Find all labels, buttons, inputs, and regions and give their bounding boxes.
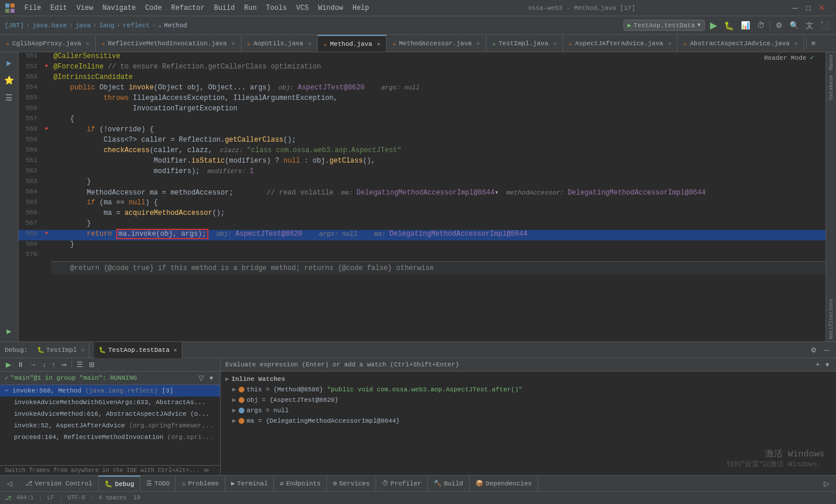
bottom-tab-endpoints[interactable]: ⇄ Endpoints	[274, 476, 327, 492]
breadcrumb-javabase[interactable]: java.base	[33, 22, 67, 29]
debug-filter-bar: ✓ "main"@1 in group "main": RUNNING ▽ ▾	[0, 372, 220, 385]
minimize-button[interactable]: ─	[791, 2, 799, 13]
close-tab-reflective[interactable]: ✕	[232, 40, 235, 47]
menu-tools[interactable]: Tools	[262, 3, 290, 13]
close-tab-abstract[interactable]: ✕	[794, 40, 798, 47]
bottom-tab-terminal[interactable]: ▶ Terminal	[225, 476, 274, 492]
bottom-tab-profiler[interactable]: ⏱ Profiler	[376, 476, 428, 492]
resume-button[interactable]: ▶	[3, 359, 13, 370]
step-over-button[interactable]: →	[27, 359, 39, 370]
debug-minimize-button[interactable]: ─	[821, 345, 831, 355]
breadcrumb-method[interactable]: Method	[164, 22, 188, 29]
thread-item-advice[interactable]: invokeAdviceMethodWithGivenArgs:633, Abs…	[0, 397, 220, 408]
menu-navigate[interactable]: Navigate	[99, 3, 139, 13]
reader-mode-check[interactable]: ✓	[810, 53, 814, 62]
close-tab-aspectj[interactable]: ✕	[668, 40, 671, 47]
tab-cglib[interactable]: ☕ CglibAopProxy.java ✕	[0, 35, 96, 52]
tab-abstract[interactable]: ☕ AbstractAspectJAdvice.java ✕	[678, 35, 804, 52]
step-out-button[interactable]: ↑	[49, 359, 57, 370]
thread-item-invoke52[interactable]: invoke:52, AspectJAfterAdvice (org.sprin…	[0, 420, 220, 431]
breadcrumb-jrt[interactable]: [JRT]	[5, 22, 24, 29]
tab-methodaccessor[interactable]: ☕ MethodAccessor.java ✕	[387, 35, 486, 52]
step-into-button[interactable]: ↓	[40, 359, 48, 370]
sidebar-project-icon[interactable]: ▶	[1, 55, 17, 71]
close-debug-testimpl[interactable]: ✕	[81, 347, 84, 354]
pause-button[interactable]: ⏸	[15, 359, 26, 370]
watch-this[interactable]: ▶ this = {Method@8586} "public void com.…	[232, 384, 831, 395]
tab-testimpl[interactable]: ☕ TestImpl.java ✕	[487, 35, 563, 52]
tabs-overflow-button[interactable]: ≡	[809, 38, 817, 49]
tab-aoputils[interactable]: ☕ AopUtils.java ✕	[242, 35, 318, 52]
search-button[interactable]: 🔍	[788, 20, 801, 31]
menu-vcs[interactable]: VCS	[293, 3, 312, 13]
thread-item-advicemethod[interactable]: invokeAdviceMethod:616, AbstractAspectJA…	[0, 408, 220, 420]
watches-options-button[interactable]: ▾	[823, 359, 831, 370]
bottom-tab-problems[interactable]: ⚠ Problems	[176, 476, 225, 492]
stop-button[interactable]: ⬛	[819, 20, 831, 31]
breadcrumb-lang[interactable]: lang	[99, 22, 114, 29]
menu-view[interactable]: View	[73, 3, 97, 13]
close-tab-testimpl[interactable]: ✕	[553, 40, 557, 47]
debug-watches-list[interactable]: ▶ Inline Watches ▶ this = {Method@8586} …	[221, 372, 836, 475]
coverage-button[interactable]: 📊	[739, 20, 752, 31]
notifications-label[interactable]: Notifications	[827, 296, 835, 341]
bottom-tab-version-control[interactable]: ⎇ Version Control	[19, 476, 99, 492]
add-watch-button[interactable]: +	[813, 359, 822, 370]
database-label[interactable]: Database	[827, 73, 835, 102]
close-window-button[interactable]: ✕	[817, 2, 827, 13]
maximize-button[interactable]: □	[804, 2, 812, 13]
run-button[interactable]: ▶	[708, 19, 719, 32]
bottom-tab-debug[interactable]: 🐛 Debug	[99, 476, 140, 492]
watch-ma[interactable]: ▶ ma = {DelegatingMethodAccessorImpl@864…	[232, 416, 831, 426]
menu-run[interactable]: Run	[240, 3, 260, 13]
close-tab-aoputils[interactable]: ✕	[308, 40, 311, 47]
frames-button[interactable]: ☰	[74, 359, 85, 370]
tab-method[interactable]: ☕ Method.java ✕	[318, 35, 387, 52]
bottom-tab-todo[interactable]: ☰ TODO	[140, 476, 176, 492]
sidebar-debug-run-icon[interactable]: ▶	[1, 323, 17, 339]
watch-inline-watches[interactable]: ▶ Inline Watches	[225, 374, 831, 384]
evaluate-expression-input[interactable]: Evaluate expression (Enter) or add a wat…	[225, 361, 459, 368]
bottom-tab-build[interactable]: 🔨 Build	[428, 476, 470, 492]
watch-obj[interactable]: ▶ obj = {AspectJTest@8620}	[232, 395, 831, 405]
menu-build[interactable]: Build	[210, 3, 238, 13]
menu-help[interactable]: Help	[349, 3, 373, 13]
tab-reflective[interactable]: ☕ ReflectiveMethodInvocation.java ✕	[96, 35, 242, 52]
maven-label[interactable]: Maven	[827, 52, 835, 73]
menu-refactor[interactable]: Refactor	[168, 3, 208, 13]
menu-file[interactable]: File	[21, 3, 45, 13]
bottom-tab-dependencies[interactable]: 📦 Dependencies	[470, 476, 538, 492]
run-to-cursor-button[interactable]: ⇒	[59, 359, 69, 370]
breadcrumb-reflect[interactable]: reflect	[123, 22, 150, 29]
close-tab-methodaccessor[interactable]: ✕	[477, 40, 480, 47]
right-panel-toggle[interactable]: ▷	[821, 478, 831, 489]
breadcrumb-java[interactable]: java	[75, 22, 91, 29]
translate-button[interactable]: 文	[804, 19, 815, 32]
debug-tab-testaop[interactable]: 🐛 TestAop.testData ✕	[94, 342, 182, 358]
thread-item-proceed[interactable]: proceed:184, ReflectiveMethodInvocation …	[0, 431, 220, 443]
debug-tab-testimpl[interactable]: 🐛 TestImpl ✕	[33, 342, 90, 358]
filter-button[interactable]: ▽	[196, 373, 206, 383]
restore-layout-button[interactable]: ⊞	[87, 359, 97, 370]
sidebar-bookmarks-icon[interactable]: ⭐	[1, 72, 17, 88]
menu-code[interactable]: Code	[142, 3, 165, 13]
close-tab-method[interactable]: ✕	[377, 41, 380, 48]
debug-threads-list[interactable]: ↩ invoke:568, Method (java.lang.reflect)…	[0, 385, 220, 465]
left-panel-toggle[interactable]: ◁	[5, 478, 15, 489]
settings-button[interactable]: ⚙	[774, 20, 784, 31]
watch-args[interactable]: ▶ args = null	[232, 405, 831, 416]
menu-window[interactable]: Window	[315, 3, 347, 13]
profile-button[interactable]: ⏱	[755, 20, 766, 31]
bottom-tab-services[interactable]: ⚙ Services	[327, 476, 376, 492]
close-tab-cglib[interactable]: ✕	[86, 40, 89, 47]
thread-item-invoke[interactable]: ↩ invoke:568, Method (java.lang.reflect)…	[0, 385, 220, 397]
menu-edit[interactable]: Edit	[47, 3, 71, 13]
debug-settings-button[interactable]: ⚙	[808, 345, 819, 355]
tab-aspectj[interactable]: ☕ AspectJAfterAdvice.java ✕	[563, 35, 678, 52]
debug-button[interactable]: 🐛	[722, 20, 736, 31]
code-view[interactable]: 551 @CallerSensitive 552 ● @ForceInline …	[19, 52, 826, 341]
sidebar-structure-icon[interactable]: ☰	[1, 89, 17, 106]
close-debug-testaop[interactable]: ✕	[174, 347, 177, 354]
run-config-dropdown[interactable]: ▶ TestAop.testData ▼	[624, 20, 705, 31]
filter-options-button[interactable]: ▾	[207, 373, 215, 383]
